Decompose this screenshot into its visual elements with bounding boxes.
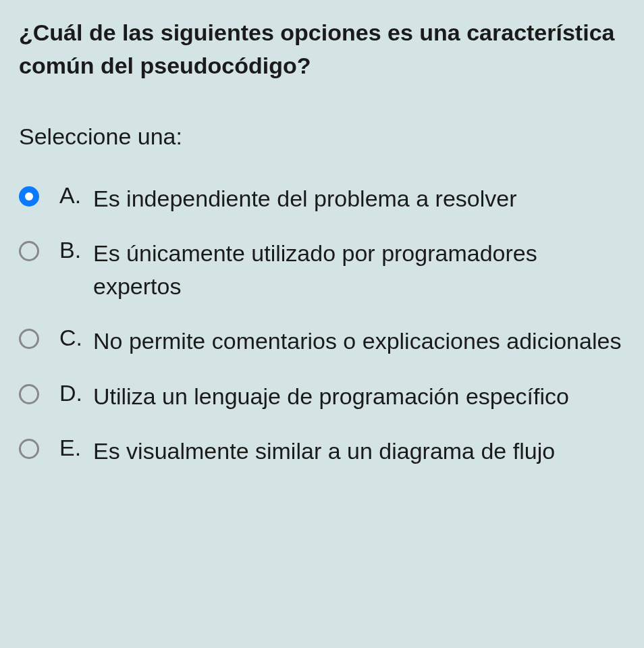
option-text: Es independiente del problema a resolver [93,182,625,215]
option-text: Es únicamente utilizado por programadore… [93,237,625,304]
option-letter: D. [59,380,93,406]
option-b[interactable]: B. Es únicamente utilizado por programad… [19,237,625,304]
radio-selected-icon [19,186,39,207]
option-letter: B. [59,237,93,263]
radio-unselected-icon [19,439,39,459]
instruction-text: Seleccione una: [19,124,625,150]
radio-unselected-icon [19,241,39,261]
radio-button-a[interactable] [19,186,39,207]
option-d[interactable]: D. Utiliza un lenguaje de programación e… [19,380,625,413]
option-text: No permite comentarios o explicaciones a… [93,325,625,358]
radio-button-b[interactable] [19,241,39,261]
options-list: A. Es independiente del problema a resol… [19,182,625,468]
radio-unselected-icon [19,329,39,349]
option-text: Utiliza un lenguaje de programación espe… [93,380,625,413]
option-letter: C. [59,325,93,351]
question-text: ¿Cuál de las siguientes opciones es una … [19,16,625,83]
radio-unselected-icon [19,384,39,404]
radio-button-c[interactable] [19,329,39,349]
option-a[interactable]: A. Es independiente del problema a resol… [19,182,625,215]
option-letter: A. [59,182,93,209]
option-letter: E. [59,435,93,461]
radio-button-e[interactable] [19,439,39,459]
option-text: Es visualmente similar a un diagrama de … [93,435,625,468]
option-e[interactable]: E. Es visualmente similar a un diagrama … [19,435,625,468]
option-c[interactable]: C. No permite comentarios o explicacione… [19,325,625,358]
radio-inner-dot-icon [25,192,33,200]
radio-button-d[interactable] [19,384,39,404]
